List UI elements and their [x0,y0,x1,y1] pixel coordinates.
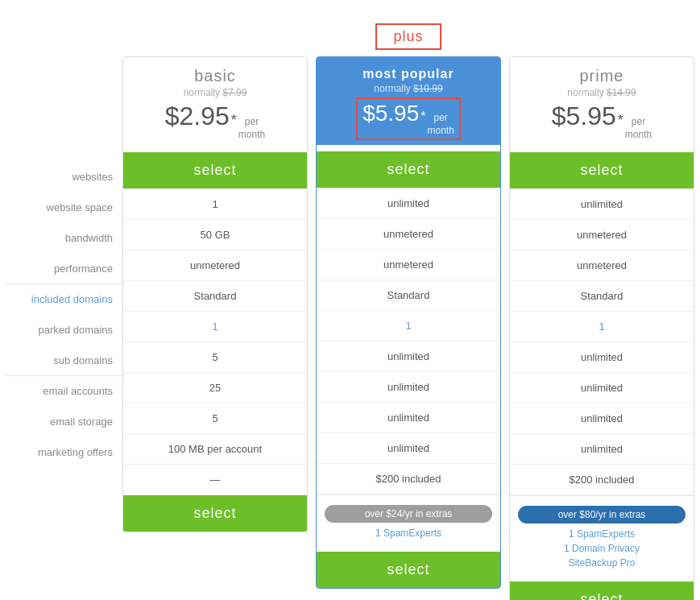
prime-select-bottom-button[interactable]: select [510,581,694,600]
prime-price-row: $5.95* permonth [518,101,686,141]
basic-select-bottom-button[interactable]: select [123,495,307,532]
basic-parked-domains: 5 [123,342,307,373]
prime-extras-item2: 1 Domain Privacy [518,543,686,554]
prime-plan-header: prime normally $14.99 $5.95* permonth [510,57,694,146]
basic-email-accounts: 5 [123,403,307,434]
basic-original-price: $7.99 [222,87,246,98]
basic-performance: Standard [123,281,307,312]
plus-performance: Standard [317,280,500,311]
plus-per: permonth [427,112,454,137]
plus-select-top-button[interactable]: select [317,151,500,188]
basic-normally: normally $7.99 [131,87,299,98]
plus-extras-item1: 1 SpamExperts [325,528,492,539]
basic-data-rows: 1 50 GB unmetered Standard 1 5 25 5 100 … [123,188,307,495]
plus-data-rows: unlimited unmetered unmetered Standard 1… [317,188,500,494]
basic-included-domains: 1 [123,312,307,342]
label-included-domains: included domains [6,283,122,314]
plus-price-highlight: $5.95* permonth [356,97,461,140]
basic-bandwidth: unmetered [123,250,307,281]
plus-plan-column: plus most popular normally $10.99 $5.95*… [316,16,501,589]
basic-plan-header: basic normally $7.99 $2.95* permonth [123,57,307,146]
plus-email-storage: unlimited [317,433,500,464]
plus-asterisk: * [420,110,425,124]
plus-plan-card: most popular normally $10.99 $5.95* perm… [316,56,501,589]
plus-most-popular: most popular [325,67,492,81]
plus-extras-section: over $24/yr in extras 1 SpamExperts [317,494,500,547]
label-performance: performance [6,253,122,283]
plus-badge-area: plus [316,16,501,56]
basic-price: $2.95 [165,101,230,131]
pricing-container: websites website space bandwidth perform… [0,0,700,600]
plus-email-accounts: unlimited [317,403,500,433]
plus-websites: unlimited [317,188,500,219]
prime-email-storage: unlimited [510,434,694,465]
prime-sub-domains: unlimited [510,373,694,403]
basic-price-row: $2.95* permonth [131,101,299,141]
basic-plan-card: basic normally $7.99 $2.95* permonth sel… [122,56,308,532]
prime-website-space: unmetered [510,220,694,250]
prime-per: permonth [625,116,652,141]
basic-websites: 1 [123,189,307,220]
plus-bandwidth: unmetered [317,250,500,280]
prime-asterisk: * [618,112,623,129]
prime-select-top-button[interactable]: select [510,152,694,188]
label-websites: websites [6,161,122,192]
prime-email-accounts: unlimited [510,403,694,434]
prime-extras-item3: SiteBackup Pro [518,557,686,569]
prime-bandwidth: unmetered [510,250,694,281]
plus-plan-header: most popular normally $10.99 $5.95* perm… [317,57,500,145]
basic-plan-column: basic normally $7.99 $2.95* permonth sel… [122,16,308,532]
plus-extras-badge: over $24/yr in extras [325,505,492,523]
prime-normally: normally $14.99 [518,87,686,98]
prime-parked-domains: unlimited [510,342,694,373]
prime-included-domains: 1 [510,312,694,342]
basic-sub-domains: 25 [123,373,307,403]
label-bandwidth: bandwidth [6,222,122,253]
prime-extras-badge: over $80/yr in extras [518,506,686,523]
prime-performance: Standard [510,281,694,312]
label-marketing-offers: marketing offers [6,437,122,467]
prime-websites: unlimited [510,189,694,220]
prime-badge-spacer [509,16,694,56]
plus-badge: plus [375,23,441,50]
plus-parked-domains: unlimited [317,341,500,372]
label-sub-domains: sub domains [6,345,122,375]
plus-price-row: $5.95* permonth [325,97,492,140]
plans-wrapper: websites website space bandwidth perform… [8,16,692,600]
basic-website-space: 50 GB [123,220,307,250]
basic-per: permonth [238,116,265,141]
plus-marketing-offers: $200 included [317,464,500,494]
basic-select-top-button[interactable]: select [123,152,307,188]
prime-data-rows: unlimited unmetered unmetered Standard 1… [510,188,694,495]
label-parked-domains: parked domains [6,314,122,345]
label-website-space: website space [6,192,122,222]
prime-marketing-offers: $200 included [510,465,694,495]
label-email-storage: email storage [6,406,122,437]
plus-included-domains: 1 [317,311,500,341]
prime-price: $5.95 [552,101,616,131]
plus-sub-domains: unlimited [317,372,500,403]
plus-normally: normally $10.99 [325,83,492,94]
basic-email-storage: 100 MB per account [123,434,307,465]
labels-column: websites website space bandwidth perform… [6,16,122,467]
label-email-accounts: email accounts [6,375,122,406]
prime-extras-item1: 1 SpamExperts [518,528,686,540]
basic-marketing-offers: — [123,465,307,495]
prime-plan-card: prime normally $14.99 $5.95* permonth se… [509,56,694,600]
basic-asterisk: * [231,112,237,129]
prime-original-price: $14.99 [607,87,636,98]
plus-select-bottom-button[interactable]: select [317,552,500,588]
prime-extras-section: over $80/yr in extras 1 SpamExperts 1 Do… [510,495,694,577]
plus-original-price: $10.99 [413,83,443,94]
prime-plan-column: prime normally $14.99 $5.95* permonth se… [509,16,694,600]
plus-website-space: unmetered [317,219,500,250]
prime-plan-name: prime [518,67,686,85]
basic-badge-spacer [122,16,308,56]
plus-price: $5.95 [362,101,419,126]
basic-plan-name: basic [131,67,299,85]
